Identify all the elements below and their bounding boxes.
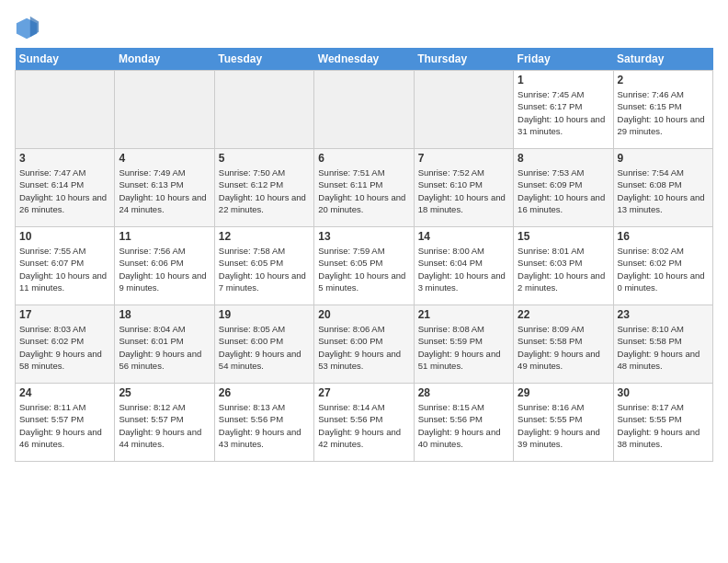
day-header-wednesday: Wednesday [314,48,414,71]
calendar-cell: 26Sunrise: 8:13 AM Sunset: 5:56 PM Dayli… [214,384,313,462]
calendar-cell: 20Sunrise: 8:06 AM Sunset: 6:00 PM Dayli… [314,305,414,384]
day-header-monday: Monday [115,48,214,71]
calendar-cell: 11Sunrise: 7:56 AM Sunset: 6:06 PM Dayli… [115,227,214,305]
day-number: 26 [219,386,310,399]
calendar-cell: 21Sunrise: 8:08 AM Sunset: 5:59 PM Dayli… [414,305,513,384]
day-info: Sunrise: 8:00 AM Sunset: 6:04 PM Dayligh… [418,245,509,293]
calendar-cell: 15Sunrise: 8:01 AM Sunset: 6:03 PM Dayli… [514,227,613,305]
calendar-cell: 14Sunrise: 8:00 AM Sunset: 6:04 PM Dayli… [414,227,513,305]
calendar-cell: 10Sunrise: 7:55 AM Sunset: 6:07 PM Dayli… [16,227,115,305]
day-info: Sunrise: 8:01 AM Sunset: 6:03 PM Dayligh… [518,245,609,293]
day-info: Sunrise: 7:45 AM Sunset: 6:17 PM Dayligh… [518,88,609,137]
calendar-cell [314,71,414,149]
calendar-cell: 24Sunrise: 8:11 AM Sunset: 5:57 PM Dayli… [16,384,115,462]
calendar-cell: 4Sunrise: 7:49 AM Sunset: 6:13 PM Daylig… [115,149,214,227]
calendar-cell: 23Sunrise: 8:10 AM Sunset: 5:58 PM Dayli… [613,305,712,384]
day-info: Sunrise: 8:08 AM Sunset: 5:59 PM Dayligh… [418,323,509,372]
calendar-cell: 25Sunrise: 8:12 AM Sunset: 5:57 PM Dayli… [115,384,214,462]
day-info: Sunrise: 8:03 AM Sunset: 6:02 PM Dayligh… [19,323,110,372]
day-number: 21 [418,308,509,321]
calendar-week-3: 10Sunrise: 7:55 AM Sunset: 6:07 PM Dayli… [16,227,713,305]
day-number: 12 [219,230,310,243]
day-info: Sunrise: 8:16 AM Sunset: 5:55 PM Dayligh… [518,401,609,450]
calendar-cell [214,71,313,149]
day-number: 30 [618,386,709,399]
day-info: Sunrise: 8:04 AM Sunset: 6:01 PM Dayligh… [119,323,210,372]
svg-marker-1 [30,17,39,37]
day-info: Sunrise: 8:15 AM Sunset: 5:56 PM Dayligh… [418,401,509,450]
day-info: Sunrise: 8:14 AM Sunset: 5:56 PM Dayligh… [318,401,409,450]
day-number: 13 [318,230,409,243]
day-info: Sunrise: 7:47 AM Sunset: 6:14 PM Dayligh… [19,167,110,215]
calendar-cell [16,71,115,149]
day-number: 8 [518,152,609,165]
day-info: Sunrise: 7:51 AM Sunset: 6:11 PM Dayligh… [318,167,409,215]
day-info: Sunrise: 8:02 AM Sunset: 6:02 PM Dayligh… [618,245,709,293]
calendar-week-4: 17Sunrise: 8:03 AM Sunset: 6:02 PM Dayli… [16,305,713,384]
day-number: 28 [418,386,509,399]
calendar-cell: 5Sunrise: 7:50 AM Sunset: 6:12 PM Daylig… [214,149,313,227]
day-number: 25 [119,386,210,399]
calendar-cell: 29Sunrise: 8:16 AM Sunset: 5:55 PM Dayli… [514,384,613,462]
calendar-cell: 12Sunrise: 7:58 AM Sunset: 6:05 PM Dayli… [214,227,313,305]
calendar-cell: 6Sunrise: 7:51 AM Sunset: 6:11 PM Daylig… [314,149,414,227]
day-info: Sunrise: 8:17 AM Sunset: 5:55 PM Dayligh… [618,401,709,450]
day-number: 15 [518,230,609,243]
day-info: Sunrise: 8:13 AM Sunset: 5:56 PM Dayligh… [219,401,310,450]
day-number: 20 [318,308,409,321]
day-number: 27 [318,386,409,399]
day-number: 18 [119,308,210,321]
calendar-week-1: 1Sunrise: 7:45 AM Sunset: 6:17 PM Daylig… [16,71,713,149]
day-number: 6 [318,152,409,165]
calendar-cell: 19Sunrise: 8:05 AM Sunset: 6:00 PM Dayli… [214,305,313,384]
calendar-cell: 3Sunrise: 7:47 AM Sunset: 6:14 PM Daylig… [16,149,115,227]
day-number: 17 [19,308,110,321]
day-info: Sunrise: 8:05 AM Sunset: 6:00 PM Dayligh… [219,323,310,372]
day-info: Sunrise: 7:53 AM Sunset: 6:09 PM Dayligh… [518,167,609,215]
calendar-cell: 16Sunrise: 8:02 AM Sunset: 6:02 PM Dayli… [613,227,712,305]
day-number: 22 [518,308,609,321]
day-number: 14 [418,230,509,243]
day-number: 29 [518,386,609,399]
day-header-tuesday: Tuesday [214,48,313,71]
logo [15,15,44,40]
day-number: 5 [219,152,310,165]
day-header-friday: Friday [514,48,613,71]
calendar-cell: 27Sunrise: 8:14 AM Sunset: 5:56 PM Dayli… [314,384,414,462]
day-header-sunday: Sunday [16,48,115,71]
day-number: 9 [618,152,709,165]
day-info: Sunrise: 8:06 AM Sunset: 6:00 PM Dayligh… [318,323,409,372]
calendar-cell: 8Sunrise: 7:53 AM Sunset: 6:09 PM Daylig… [514,149,613,227]
day-info: Sunrise: 7:58 AM Sunset: 6:05 PM Dayligh… [219,245,310,293]
day-number: 10 [19,230,110,243]
calendar-table: SundayMondayTuesdayWednesdayThursdayFrid… [15,48,713,462]
day-info: Sunrise: 8:12 AM Sunset: 5:57 PM Dayligh… [119,401,210,450]
calendar-cell [115,71,214,149]
day-info: Sunrise: 7:59 AM Sunset: 6:05 PM Dayligh… [318,245,409,293]
calendar-cell: 28Sunrise: 8:15 AM Sunset: 5:56 PM Dayli… [414,384,513,462]
calendar-cell: 2Sunrise: 7:46 AM Sunset: 6:15 PM Daylig… [613,71,712,149]
day-info: Sunrise: 7:52 AM Sunset: 6:10 PM Dayligh… [418,167,509,215]
day-info: Sunrise: 8:11 AM Sunset: 5:57 PM Dayligh… [19,401,110,450]
logo-icon [15,15,40,40]
day-number: 11 [119,230,210,243]
day-info: Sunrise: 7:49 AM Sunset: 6:13 PM Dayligh… [119,167,210,215]
day-number: 3 [19,152,110,165]
calendar-cell: 18Sunrise: 8:04 AM Sunset: 6:01 PM Dayli… [115,305,214,384]
calendar-cell: 22Sunrise: 8:09 AM Sunset: 5:58 PM Dayli… [514,305,613,384]
calendar-cell: 7Sunrise: 7:52 AM Sunset: 6:10 PM Daylig… [414,149,513,227]
day-number: 23 [618,308,709,321]
calendar-cell: 17Sunrise: 8:03 AM Sunset: 6:02 PM Dayli… [16,305,115,384]
day-info: Sunrise: 7:54 AM Sunset: 6:08 PM Dayligh… [618,167,709,215]
day-header-saturday: Saturday [613,48,712,71]
day-number: 16 [618,230,709,243]
calendar-cell: 9Sunrise: 7:54 AM Sunset: 6:08 PM Daylig… [613,149,712,227]
header-row: SundayMondayTuesdayWednesdayThursdayFrid… [16,48,713,71]
calendar-cell: 1Sunrise: 7:45 AM Sunset: 6:17 PM Daylig… [514,71,613,149]
day-info: Sunrise: 7:55 AM Sunset: 6:07 PM Dayligh… [19,245,110,293]
day-info: Sunrise: 8:10 AM Sunset: 5:58 PM Dayligh… [618,323,709,372]
day-number: 1 [518,74,609,86]
day-number: 2 [618,74,709,86]
calendar-week-5: 24Sunrise: 8:11 AM Sunset: 5:57 PM Dayli… [16,384,713,462]
day-header-thursday: Thursday [414,48,513,71]
